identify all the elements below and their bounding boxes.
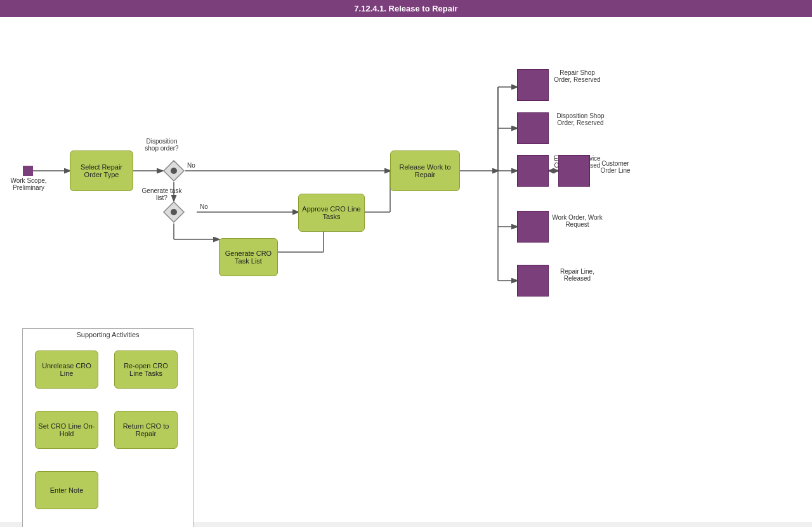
enter-note-label: Enter Note (50, 486, 84, 494)
release-work-label: Release Work to Repair (393, 163, 457, 178)
customer-order-box (558, 155, 590, 187)
repair-shop-box (517, 69, 549, 101)
gateway-generate (162, 201, 185, 223)
enter-note-box[interactable]: Enter Note (35, 471, 98, 509)
disposition-shop-label: Disposition Shop Order, Reserved (552, 112, 609, 126)
generate-label: Generate task list? (140, 187, 184, 201)
approve-cro-label: Approve CRO Line Tasks (301, 205, 362, 220)
disposition-label: Disposition shop order? (140, 138, 184, 152)
supporting-title: Supporting Activities (22, 331, 193, 338)
reopen-cro-box[interactable]: Re-open CRO Line Tasks (114, 350, 178, 389)
generate-cro-box[interactable]: Generate CRO Task List (219, 238, 278, 276)
generate-cro-label: Generate CRO Task List (222, 250, 275, 265)
set-cro-label: Set CRO Line On-Hold (38, 422, 95, 437)
select-repair-label: Select Repair Order Type (73, 163, 130, 178)
select-repair-box[interactable]: Select Repair Order Type (70, 150, 133, 191)
reopen-cro-label: Re-open CRO Line Tasks (117, 362, 174, 377)
svg-point-25 (171, 209, 177, 215)
repair-line-label: Repair Line, Released (552, 268, 603, 282)
canvas: Work Scope, Preliminary Select Repair Or… (0, 17, 812, 522)
repair-line-box (517, 265, 549, 297)
no-label-2: No (200, 203, 208, 210)
gateway-disposition (162, 159, 185, 182)
start-label: Work Scope, Preliminary (6, 177, 51, 191)
svg-point-23 (171, 168, 177, 174)
no-label-1: No (187, 162, 195, 169)
unrelease-cro-box[interactable]: Unrelease CRO Line (35, 350, 98, 389)
set-cro-box[interactable]: Set CRO Line On-Hold (35, 411, 98, 449)
work-order-label: Work Order, Work Request (552, 214, 603, 228)
title-bar: 7.12.4.1. Release to Repair (0, 0, 812, 17)
approve-cro-box[interactable]: Approve CRO Line Tasks (298, 194, 365, 232)
repair-shop-label: Repair Shop Order, Reserved (552, 69, 603, 83)
enternal-service-box (517, 155, 549, 187)
work-order-box (517, 211, 549, 243)
disposition-shop-box (517, 112, 549, 144)
return-cro-box[interactable]: Return CRO to Repair (114, 411, 178, 449)
return-cro-label: Return CRO to Repair (117, 422, 174, 437)
start-event (23, 166, 33, 176)
unrelease-cro-label: Unrelease CRO Line (38, 362, 95, 377)
release-work-box[interactable]: Release Work to Repair (390, 150, 460, 191)
customer-order-label: Customer Order Line (593, 160, 638, 174)
